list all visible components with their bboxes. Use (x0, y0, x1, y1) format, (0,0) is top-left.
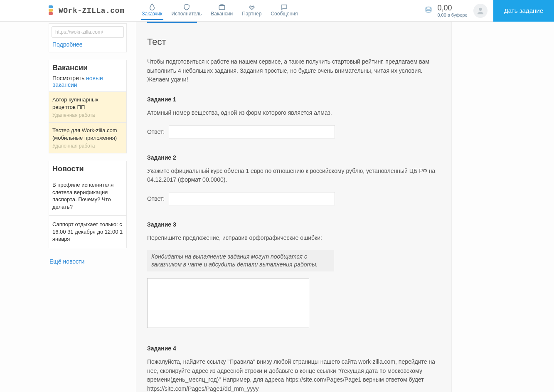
avatar[interactable] (473, 4, 488, 18)
shield-icon (182, 3, 192, 11)
briefcase-icon (217, 3, 227, 11)
svg-point-2 (479, 7, 482, 10)
vacancies-title: Вакансии (49, 60, 126, 75)
top-nav: Заказчик Исполнитель Вакансии Партнёр Со… (141, 2, 298, 20)
nav-vacancies[interactable]: Вакансии (210, 2, 234, 20)
vacancies-subtitle: Посмотреть новые вакансии (49, 75, 126, 91)
vacancy-item[interactable]: Автор кулинарных рецептов ПП Удаленная р… (49, 91, 126, 122)
create-task-button[interactable]: Дать задание (493, 0, 554, 22)
sidebar-referral-box: https://wokr-zilla.com/ Подробнее (49, 23, 127, 52)
referral-more-link[interactable]: Подробнее (49, 41, 126, 52)
svg-rect-0 (219, 5, 225, 10)
news-item[interactable]: Саппорт отдыхает только: с 16:00 31 дека… (49, 215, 126, 248)
topbar-right: 0,00 0,00 в буфере Дать задание (424, 0, 554, 22)
nav-label: Сообщения (271, 11, 298, 17)
task1-answer-input[interactable] (169, 125, 335, 138)
nav-customer[interactable]: Заказчик (141, 2, 163, 20)
task2-body: Укажите официальный курс обмена 1 евро п… (147, 167, 441, 185)
nav-messages[interactable]: Сообщения (270, 2, 298, 20)
task4-title: Задание 4 (147, 345, 441, 352)
intro-text: Чтобы подготовиться к работе на нашем се… (147, 57, 441, 84)
droplet-icon (147, 3, 157, 11)
balance-buffer: 0,00 в буфере (437, 12, 467, 17)
news-title: Новости (49, 161, 126, 176)
task1-body: Атомный номер вещества, одной из форм ко… (147, 108, 441, 118)
sidebar: https://wokr-zilla.com/ Подробнее Ваканс… (49, 23, 127, 265)
answer-label: Ответ: (147, 195, 165, 202)
news-item[interactable]: В профиле исполнителя слетела верификаци… (49, 176, 126, 215)
logo-icon (49, 5, 57, 16)
coins-icon (424, 5, 433, 16)
logo-text: WOrk-ZILLa.com (59, 7, 124, 15)
vacancy-sub: Удаленная работа (52, 112, 123, 118)
news-more-link[interactable]: Ещё новости (49, 256, 127, 265)
nav-partner[interactable]: Партнёр (241, 2, 262, 20)
referral-url[interactable]: https://wokr-zilla.com/ (52, 26, 124, 38)
sidebar-news-box: Новости В профиле исполнителя слетела ве… (49, 161, 127, 248)
nav-label: Партнёр (242, 11, 261, 17)
balance-amount: 0,00 (437, 4, 467, 12)
task3-title: Задание 3 (147, 221, 441, 228)
svg-point-1 (426, 7, 431, 10)
nav-label: Исполнитель (172, 11, 202, 17)
nav-label: Вакансии (211, 11, 233, 17)
balance-block[interactable]: 0,00 0,00 в буфере (424, 4, 467, 17)
task3-body: Перепишите предложение, исправив орфогра… (147, 234, 441, 243)
task1-title: Задание 1 (147, 96, 441, 103)
task2-title: Задание 2 (147, 154, 441, 161)
vacancy-title: Тестер для Work-zilla.com (мобильные при… (52, 127, 123, 141)
page-title: Тест (147, 37, 441, 47)
vacancy-item[interactable]: Тестер для Work-zilla.com (мобильные при… (49, 122, 126, 153)
task3-answer-textarea[interactable] (147, 278, 309, 328)
topbar: WOrk-ZILLa.com Заказчик Исполнитель Вака… (0, 0, 554, 22)
nav-label: Заказчик (142, 11, 162, 17)
chat-icon (279, 3, 289, 11)
logo[interactable]: WOrk-ZILLa.com (49, 5, 124, 16)
task3-quote: Кондидаты на выпалнение задания могут по… (147, 250, 334, 271)
sidebar-vacancies-box: Вакансии Посмотреть новые вакансии Автор… (49, 60, 127, 153)
task2-answer-input[interactable] (169, 192, 335, 205)
vacancy-sub: Удаленная работа (52, 143, 123, 149)
handshake-icon (247, 3, 257, 11)
nav-executor[interactable]: Исполнитель (171, 2, 203, 20)
vacancy-title: Автор кулинарных рецептов ПП (52, 96, 123, 111)
answer-label: Ответ: (147, 128, 165, 135)
main-content: Тест Чтобы подготовиться к работе на наш… (136, 22, 452, 392)
task4-body: Пожалуйста, найдите ссылку "Правила" вни… (147, 357, 441, 392)
